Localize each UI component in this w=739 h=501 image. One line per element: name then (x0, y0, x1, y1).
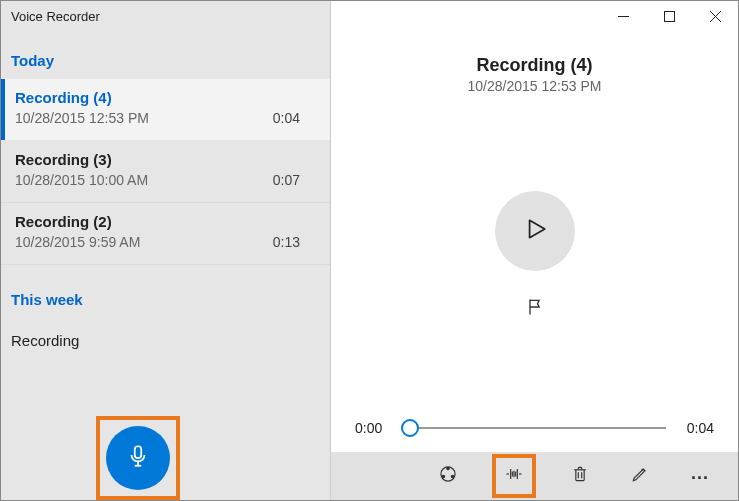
window-titlebar (331, 1, 738, 33)
play-button[interactable] (495, 191, 575, 271)
trim-button[interactable] (498, 460, 530, 492)
more-button[interactable]: ... (684, 460, 716, 492)
svg-point-11 (442, 475, 445, 478)
app-window: Voice Recorder Today Recording (4) 10/28… (1, 1, 738, 500)
svg-point-10 (447, 467, 450, 470)
flag-icon (525, 303, 545, 320)
rename-button[interactable] (624, 460, 656, 492)
detail-header: Recording (4) 10/28/2015 12:53 PM (331, 55, 738, 94)
total-time: 0:04 (676, 420, 714, 436)
recordings-sidebar: Voice Recorder Today Recording (4) 10/28… (1, 1, 331, 500)
play-icon (522, 216, 548, 246)
add-marker-button[interactable] (525, 297, 545, 321)
pencil-icon (630, 464, 650, 488)
recording-item[interactable]: Recording (3) 10/28/2015 10:00 AM 0:07 (1, 141, 330, 203)
recording-name: Recording (3) (15, 151, 316, 168)
recording-item[interactable]: Recording (4) 10/28/2015 12:53 PM 0:04 (1, 79, 330, 141)
svg-rect-0 (135, 446, 142, 458)
recording-duration: 0:13 (273, 234, 316, 250)
play-area (331, 94, 738, 418)
close-button[interactable] (692, 2, 738, 32)
more-icon: ... (691, 463, 709, 484)
recording-date: 10/28/2015 9:59 AM (15, 234, 140, 250)
trim-icon (504, 464, 524, 488)
close-icon (710, 10, 721, 25)
trash-icon (570, 464, 590, 488)
app-title: Voice Recorder (1, 1, 330, 44)
share-icon (438, 464, 458, 488)
minimize-button[interactable] (600, 2, 646, 32)
delete-button[interactable] (564, 460, 596, 492)
recording-item[interactable]: Recording (2) 10/28/2015 9:59 AM 0:13 (1, 203, 330, 265)
slider-track (403, 427, 666, 429)
detail-title: Recording (4) (331, 55, 738, 76)
progress-slider[interactable] (403, 418, 666, 438)
svg-rect-4 (664, 11, 674, 21)
recording-name: Recording (4) (15, 89, 316, 106)
share-button[interactable] (432, 460, 464, 492)
section-today: Today (1, 44, 330, 79)
progress-row: 0:00 0:04 (331, 418, 738, 452)
current-time: 0:00 (355, 420, 393, 436)
maximize-icon (664, 10, 675, 25)
maximize-button[interactable] (646, 2, 692, 32)
svg-point-12 (451, 475, 454, 478)
recording-date: 10/28/2015 10:00 AM (15, 172, 148, 188)
recording-name: Recording (2) (15, 213, 316, 230)
recording-item-partial[interactable]: Recording (1, 318, 330, 349)
svg-marker-7 (529, 220, 544, 237)
bottom-toolbar: ... (331, 452, 738, 500)
trim-button-highlight (492, 454, 536, 498)
minimize-icon (618, 10, 629, 25)
record-button-highlight (96, 416, 180, 500)
microphone-icon (125, 443, 151, 473)
recording-date: 10/28/2015 12:53 PM (15, 110, 149, 126)
detail-pane: Recording (4) 10/28/2015 12:53 PM 0:00 (331, 1, 738, 500)
record-button[interactable] (106, 426, 170, 490)
recording-duration: 0:04 (273, 110, 316, 126)
slider-thumb[interactable] (401, 419, 419, 437)
recording-duration: 0:07 (273, 172, 316, 188)
detail-date: 10/28/2015 12:53 PM (331, 78, 738, 94)
section-this-week: This week (1, 283, 330, 318)
